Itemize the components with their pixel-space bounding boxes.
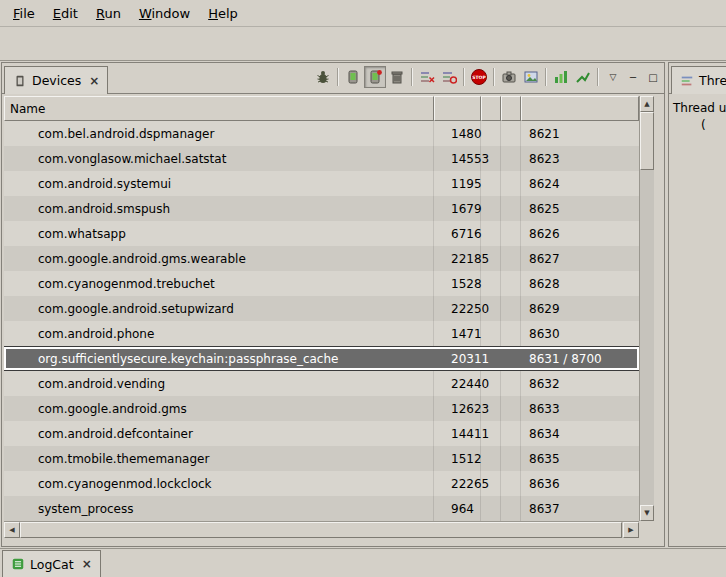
- process-name: com.android.phone: [4, 321, 434, 346]
- tab-threads[interactable]: Threads: [671, 66, 726, 94]
- close-icon[interactable]: ×: [89, 74, 99, 88]
- process-pid: 1471: [434, 321, 481, 346]
- process-pid: 1195: [434, 171, 481, 196]
- vertical-scrollbar[interactable]: ▲ ▼: [639, 96, 654, 521]
- column-header-pid[interactable]: [434, 96, 481, 121]
- scroll-right-icon[interactable]: ▶: [623, 522, 639, 538]
- process-name: com.android.vending: [4, 371, 434, 396]
- process-port: 8623: [521, 152, 560, 166]
- table-row[interactable]: com.android.systemui 1195 8624: [4, 171, 639, 196]
- empty-cell: [481, 246, 501, 271]
- scroll-down-icon[interactable]: ▼: [640, 505, 654, 521]
- method-profiling-button[interactable]: [438, 66, 460, 88]
- empty-cell: [481, 371, 501, 396]
- process-pid: 12623: [434, 396, 481, 421]
- table-row[interactable]: com.android.smspush 1679 8625: [4, 196, 639, 221]
- menu-run[interactable]: Run: [87, 2, 130, 25]
- toolbar-separator: [463, 68, 465, 86]
- table-row[interactable]: com.android.vending 22440 8632: [4, 371, 639, 396]
- table-header: Name: [4, 96, 639, 121]
- empty-cell: [501, 421, 521, 446]
- menu-window[interactable]: Window: [130, 2, 199, 25]
- update-heap-button[interactable]: [342, 66, 364, 88]
- screen-record-button[interactable]: [520, 66, 542, 88]
- table-row[interactable]: com.android.phone 1471 8630: [4, 321, 639, 346]
- table-row[interactable]: com.bel.android.dspmanager 1480 8621: [4, 121, 639, 146]
- process-name: com.tmobile.thememanager: [4, 446, 434, 471]
- process-name: com.google.android.setupwizard: [4, 296, 434, 321]
- process-port: 8633: [521, 402, 560, 416]
- horizontal-scrollbar[interactable]: ◀ ▶: [4, 521, 639, 538]
- empty-cell: [501, 321, 521, 346]
- stop-process-button[interactable]: STOP: [468, 66, 490, 88]
- empty-cell: [481, 321, 501, 346]
- cause-gc-button[interactable]: [386, 66, 408, 88]
- threads-panel-header: Threads: [669, 63, 726, 94]
- close-icon[interactable]: ×: [82, 557, 92, 571]
- table-row[interactable]: com.cyanogenmod.lockclock 22265 8636: [4, 471, 639, 496]
- empty-cell: [481, 271, 501, 296]
- empty-cell: [501, 196, 521, 221]
- process-pid: 1480: [434, 121, 481, 146]
- update-threads-button[interactable]: [416, 66, 438, 88]
- tab-devices[interactable]: Devices ×: [4, 66, 108, 94]
- stop-label: STOP: [472, 75, 485, 80]
- table-row[interactable]: com.android.defcontainer 14411 8634: [4, 421, 639, 446]
- process-name: com.android.smspush: [4, 196, 434, 221]
- trend-button[interactable]: [572, 66, 594, 88]
- scroll-up-icon[interactable]: ▲: [640, 96, 654, 112]
- empty-cell: [481, 347, 501, 370]
- table-row[interactable]: com.google.android.gms.wearable 22185 86…: [4, 246, 639, 271]
- process-pid: 1528: [434, 271, 481, 296]
- empty-cell: [501, 221, 521, 246]
- table-row[interactable]: com.whatsapp 6716 8626: [4, 221, 639, 246]
- empty-cell: [501, 496, 521, 521]
- screen-capture-button[interactable]: [498, 66, 520, 88]
- maximize-button[interactable]: □: [644, 68, 662, 86]
- table-row[interactable]: com.cyanogenmod.trebuchet 1528 8628: [4, 271, 639, 296]
- column-header-a[interactable]: [481, 96, 501, 121]
- table-row[interactable]: system_process 964 8637: [4, 496, 639, 521]
- bar-chart-icon: [553, 69, 569, 85]
- process-port: 8627: [521, 252, 560, 266]
- empty-cell: [481, 446, 501, 471]
- table-row[interactable]: com.google.android.gms 12623 8633: [4, 396, 639, 421]
- column-header-b[interactable]: [501, 96, 521, 121]
- table-row[interactable]: com.google.android.setupwizard 22250 862…: [4, 296, 639, 321]
- tab-logcat[interactable]: LogCat ×: [2, 550, 101, 577]
- table-row[interactable]: com.tmobile.thememanager 1512 8635: [4, 446, 639, 471]
- table-row[interactable]: org.sufficientlysecure.keychain:passphra…: [4, 346, 639, 371]
- process-port: 8621: [521, 127, 560, 141]
- view-menu-button[interactable]: ▽: [604, 68, 622, 86]
- scroll-left-icon[interactable]: ◀: [4, 522, 20, 538]
- vertical-scroll-thumb[interactable]: [640, 112, 654, 170]
- empty-cell: [501, 296, 521, 321]
- empty-cell: [501, 471, 521, 496]
- table-row[interactable]: com.vonglasow.michael.satstat 14553 8623: [4, 146, 639, 171]
- threads-message-line2: (: [673, 117, 722, 134]
- minimize-button[interactable]: ─: [624, 68, 642, 86]
- menu-help[interactable]: Help: [199, 2, 247, 25]
- process-port: 8624: [521, 177, 560, 191]
- column-header-name[interactable]: Name: [4, 96, 434, 121]
- column-header-port[interactable]: [521, 96, 639, 121]
- process-port: 8625: [521, 202, 560, 216]
- tab-devices-label: Devices: [32, 73, 81, 88]
- menu-file[interactable]: File: [4, 2, 44, 25]
- dump-hprof-button[interactable]: [364, 66, 386, 88]
- empty-cell: [501, 246, 521, 271]
- devices-panel: Devices ×: [1, 62, 665, 547]
- empty-cell: [481, 396, 501, 421]
- trend-icon: [575, 69, 591, 85]
- update-heap-icon: [345, 69, 361, 85]
- empty-cell: [501, 396, 521, 421]
- menu-edit[interactable]: Edit: [44, 2, 87, 25]
- toolbar-separator: [411, 68, 413, 86]
- process-port: 8637: [521, 502, 560, 516]
- debug-process-button[interactable]: [312, 66, 334, 88]
- empty-cell: [481, 196, 501, 221]
- horizontal-scroll-thumb[interactable]: [20, 522, 622, 538]
- empty-cell: [501, 146, 521, 171]
- update-threads-icon: [419, 69, 435, 85]
- bar-chart-button[interactable]: [550, 66, 572, 88]
